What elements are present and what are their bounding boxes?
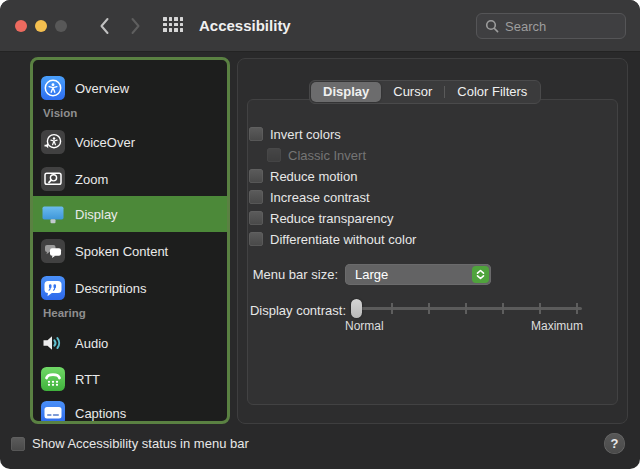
checkbox-row: Classic Invert (267, 147, 366, 163)
checkbox-row: Reduce transparency (249, 210, 394, 226)
sidebar-item-display-selected[interactable]: Display (33, 196, 227, 232)
sidebar-item-audio[interactable]: Audio (33, 325, 227, 361)
display-tab-pane (247, 99, 618, 405)
popup-stepper-icon (472, 266, 489, 283)
increase-contrast-checkbox[interactable] (249, 190, 263, 204)
captions-icon (41, 401, 65, 424)
chevron-left-icon (99, 17, 110, 35)
classic-invert-checkbox-disabled (267, 148, 281, 162)
close-button[interactable] (15, 20, 27, 32)
sidebar-item-label: VoiceOver (75, 135, 135, 150)
checkbox-row: Differentiate without color (249, 231, 416, 247)
search-input[interactable]: Search (476, 13, 626, 39)
sidebar-item-label: Descriptions (75, 281, 147, 296)
sidebar-item-rtt[interactable]: RTT (33, 361, 227, 397)
display-contrast-label: Display contrast: (237, 303, 346, 318)
search-placeholder: Search (505, 19, 546, 34)
slider-thumb[interactable] (351, 299, 362, 318)
accessibility-overview-icon (41, 76, 65, 100)
forward-button-disabled (124, 14, 146, 38)
contrast-maximum-label: Maximum (483, 319, 583, 333)
sidebar-item-voiceover[interactable]: VoiceOver (33, 124, 227, 160)
rtt-icon (41, 367, 65, 391)
show-all-grid-icon[interactable] (163, 17, 183, 32)
reduce-transparency-checkbox[interactable] (249, 211, 263, 225)
classic-invert-label: Classic Invert (288, 148, 366, 163)
reduce-motion-label: Reduce motion (270, 169, 357, 184)
sidebar-item-label: Display (75, 207, 118, 222)
page-title: Accessibility (199, 0, 291, 51)
titlebar: Accessibility Search (0, 0, 640, 52)
section-header-hearing: Hearing (43, 307, 86, 319)
tab-bar: Display Cursor Color Filters (309, 80, 541, 104)
menu-bar-size-select[interactable]: Large (345, 264, 491, 285)
sidebar-item-label: Spoken Content (75, 244, 168, 259)
sidebar-item-label: RTT (75, 372, 100, 387)
sidebar-item-overview[interactable]: Overview (33, 70, 227, 106)
zoom-window-button-disabled (55, 20, 67, 32)
sidebar-item-label: Overview (75, 81, 129, 96)
sidebar-item-label: Captions (75, 406, 126, 421)
audio-icon (41, 331, 65, 355)
checkbox-row: Reduce motion (249, 168, 357, 184)
increase-contrast-label: Increase contrast (270, 190, 370, 205)
chevron-right-icon (130, 17, 141, 35)
zoom-icon (41, 167, 65, 191)
display-contrast-slider[interactable] (350, 298, 584, 320)
accessibility-preferences-window: Accessibility Search Overview Vision (0, 0, 640, 469)
footer: Show Accessibility status in menu bar (11, 436, 249, 451)
checkbox-row: Invert colors (249, 126, 341, 142)
contrast-normal-label: Normal (345, 319, 384, 333)
tab-display[interactable]: Display (311, 82, 381, 102)
menu-bar-size-label: Menu bar size: (237, 267, 338, 282)
voiceover-icon (41, 130, 65, 154)
search-icon (485, 19, 499, 33)
differentiate-without-color-label: Differentiate without color (270, 232, 416, 247)
slider-tick (576, 303, 578, 314)
tab-color-filters[interactable]: Color Filters (445, 82, 539, 102)
display-icon (41, 202, 65, 226)
back-button[interactable] (93, 14, 115, 38)
sidebar-item-zoom[interactable]: Zoom (33, 161, 227, 197)
slider-tick (391, 303, 393, 314)
reduce-transparency-label: Reduce transparency (270, 211, 394, 226)
minimize-button[interactable] (35, 20, 47, 32)
slider-track[interactable] (352, 307, 582, 310)
sidebar-item-captions[interactable]: Captions (33, 395, 227, 424)
descriptions-icon (41, 276, 65, 300)
checkbox-row: Increase contrast (249, 189, 370, 205)
sidebar-item-label: Zoom (75, 172, 108, 187)
slider-tick (428, 303, 430, 314)
slider-tick (502, 303, 504, 314)
show-accessibility-status-label: Show Accessibility status in menu bar (32, 436, 249, 451)
spoken-content-icon (41, 239, 65, 263)
tab-cursor[interactable]: Cursor (381, 82, 444, 102)
invert-colors-label: Invert colors (270, 127, 341, 142)
show-accessibility-status-checkbox[interactable] (11, 437, 25, 451)
section-header-vision: Vision (43, 107, 77, 119)
differentiate-without-color-checkbox[interactable] (249, 232, 263, 246)
help-button[interactable]: ? (604, 433, 625, 454)
slider-tick (465, 303, 467, 314)
sidebar-item-spoken-content[interactable]: Spoken Content (33, 233, 227, 269)
menu-bar-size-value: Large (355, 267, 472, 282)
sidebar: Overview Vision VoiceOver (30, 57, 230, 424)
sidebar-item-label: Audio (75, 336, 108, 351)
sidebar-item-descriptions[interactable]: Descriptions (33, 270, 227, 306)
slider-tick (539, 303, 541, 314)
invert-colors-checkbox[interactable] (249, 127, 263, 141)
reduce-motion-checkbox[interactable] (249, 169, 263, 183)
